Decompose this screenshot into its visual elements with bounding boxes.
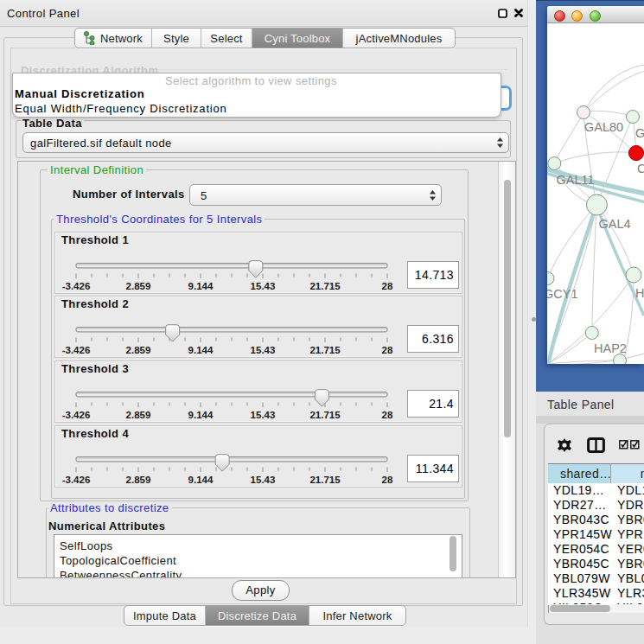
svg-text:15.43: 15.43 bbox=[251, 475, 276, 485]
svg-text:-3.426: -3.426 bbox=[62, 345, 91, 355]
svg-text:C: C bbox=[637, 162, 644, 175]
svg-text:21.715: 21.715 bbox=[309, 475, 341, 485]
svg-text:2.859: 2.859 bbox=[126, 281, 151, 291]
svg-text:15.43: 15.43 bbox=[251, 281, 276, 291]
svg-text:H: H bbox=[635, 286, 644, 300]
svg-text:9.144: 9.144 bbox=[188, 410, 214, 420]
svg-text:15.43: 15.43 bbox=[251, 410, 276, 420]
svg-text:2.859: 2.859 bbox=[126, 410, 151, 420]
svg-text:-3.426: -3.426 bbox=[62, 281, 91, 291]
svg-text:21.715: 21.715 bbox=[309, 410, 341, 420]
svg-text:28: 28 bbox=[382, 281, 393, 291]
svg-text:21.715: 21.715 bbox=[309, 345, 341, 355]
svg-text:GAL11: GAL11 bbox=[557, 173, 595, 187]
svg-text:15.43: 15.43 bbox=[251, 345, 276, 355]
svg-text:HAP2: HAP2 bbox=[594, 341, 627, 355]
svg-text:28: 28 bbox=[382, 345, 393, 355]
svg-text:9.144: 9.144 bbox=[188, 475, 214, 485]
svg-text:21.715: 21.715 bbox=[309, 281, 341, 291]
svg-text:GAL80: GAL80 bbox=[584, 120, 623, 134]
svg-text:-3.426: -3.426 bbox=[62, 410, 91, 420]
svg-text:GCY1: GCY1 bbox=[547, 287, 578, 301]
svg-text:GAL4: GAL4 bbox=[599, 217, 631, 231]
svg-text:2.859: 2.859 bbox=[126, 345, 151, 355]
svg-text:9.144: 9.144 bbox=[188, 345, 214, 355]
svg-text:-3.426: -3.426 bbox=[62, 475, 91, 485]
svg-text:2.859: 2.859 bbox=[126, 475, 151, 485]
svg-text:28: 28 bbox=[382, 410, 393, 420]
svg-text:GA: GA bbox=[635, 126, 644, 140]
svg-text:28: 28 bbox=[382, 475, 393, 485]
svg-text:9.144: 9.144 bbox=[188, 281, 214, 291]
